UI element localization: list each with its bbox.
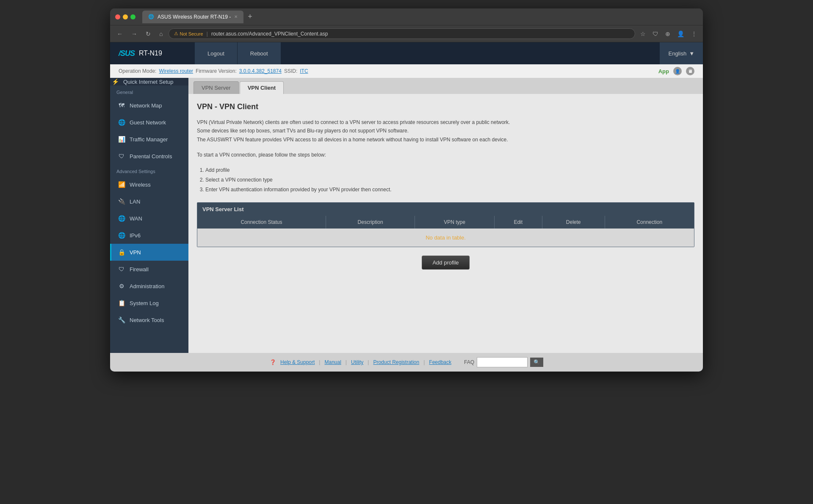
sidebar-item-system-log[interactable]: 📋 System Log	[110, 295, 188, 311]
sidebar-item-firewall[interactable]: 🛡 Firewall	[110, 261, 188, 278]
model-name: RT-N19	[139, 50, 162, 57]
sidebar-item-wireless[interactable]: 📶 Wireless	[110, 176, 188, 193]
description-line-3: The ASUSWRT VPN feature provides VPN acc…	[197, 135, 694, 144]
page-title: VPN - VPN Client	[197, 102, 694, 111]
bookmark-button[interactable]: ☆	[639, 29, 647, 39]
refresh-button[interactable]: ↻	[143, 29, 153, 39]
firmware-label: Firmware Version:	[196, 68, 237, 74]
col-edit: Edit	[494, 216, 542, 229]
shield-button[interactable]: 🛡	[651, 29, 660, 39]
sidebar-item-label: WAN	[130, 215, 142, 222]
ssid-value[interactable]: ITC	[300, 68, 308, 74]
sidebar-item-guest-network[interactable]: 🌐 Guest Network	[110, 114, 188, 131]
sidebar-item-ipv6[interactable]: 🌐 IPv6	[110, 227, 188, 244]
sidebar-item-label: Parental Controls	[130, 153, 172, 160]
language-label: English	[668, 50, 686, 57]
sidebar-general-label: General	[110, 85, 188, 97]
sidebar-item-network-map[interactable]: 🗺 Network Map	[110, 97, 188, 114]
operation-mode-value[interactable]: Wireless router	[159, 68, 193, 74]
feedback-link[interactable]: Feedback	[429, 359, 451, 365]
tab-favicon: 🌐	[148, 14, 154, 19]
product-registration-link[interactable]: Product Registration	[373, 359, 419, 365]
step-3: Enter VPN authentication information pro…	[205, 186, 694, 194]
user-icon[interactable]: 👤	[673, 67, 682, 75]
lan-icon: 🔌	[118, 198, 125, 205]
administration-icon: ⚙	[118, 282, 125, 290]
manual-link[interactable]: Manual	[324, 359, 341, 365]
tab-bar: 🌐 ASUS Wireless Router RT-N19 - ✕ +	[142, 11, 698, 23]
sidebar-item-label: VPN	[130, 249, 141, 256]
sidebar-item-label: Traffic Manager	[130, 136, 168, 143]
guest-network-icon: 🌐	[118, 118, 125, 126]
profile-button[interactable]: 👤	[675, 29, 686, 39]
tab-strip: VPN Server VPN Client	[188, 78, 703, 94]
sidebar-item-vpn[interactable]: 🔒 VPN	[110, 244, 188, 261]
security-indicator: ⚠ Not Secure	[174, 31, 203, 36]
ssid-label: SSID:	[284, 68, 297, 74]
tab-vpn-server[interactable]: VPN Server	[194, 81, 239, 94]
faq-search-button[interactable]: 🔍	[530, 358, 543, 367]
sidebar-item-traffic-manager[interactable]: 📊 Traffic Manager	[110, 131, 188, 148]
step-1: Add profile	[205, 166, 694, 174]
language-selector[interactable]: English ▼	[660, 42, 703, 64]
tab-vpn-server-label: VPN Server	[202, 85, 231, 91]
active-tab[interactable]: 🌐 ASUS Wireless Router RT-N19 - ✕	[142, 11, 243, 23]
back-button[interactable]: ←	[114, 29, 125, 39]
steps-label: To start a VPN connection, please follow…	[197, 151, 694, 159]
faq-label: FAQ	[464, 359, 474, 365]
lock-icon: ⚠	[174, 31, 178, 36]
faq-search-input[interactable]	[477, 357, 528, 367]
vpn-icon: 🔒	[118, 248, 125, 256]
new-tab-button[interactable]: +	[245, 11, 255, 22]
sidebar-item-label: Guest Network	[130, 119, 166, 126]
close-button[interactable]	[115, 14, 120, 19]
add-profile-button[interactable]: Add profile	[422, 256, 469, 270]
logout-button[interactable]: Logout	[195, 42, 238, 64]
help-icon: ❓	[270, 359, 276, 365]
maximize-button[interactable]	[130, 14, 136, 19]
info-bar-left: Operation Mode: Wireless router Firmware…	[119, 68, 308, 74]
step-2: Select a VPN connection type	[205, 176, 694, 184]
tab-vpn-client[interactable]: VPN Client	[240, 81, 284, 94]
sidebar-item-quick-setup[interactable]: ⚡ Quick Internet Setup	[110, 78, 188, 85]
network-tools-icon: 🔧	[118, 316, 125, 324]
col-description: Description	[326, 216, 415, 229]
operation-mode-label: Operation Mode:	[119, 68, 156, 74]
steps-intro: To start a VPN connection, please follow…	[197, 151, 694, 159]
monitor-icon[interactable]: 🖥	[686, 67, 694, 75]
browser-actions: ☆ 🛡 ⊕ 👤 ⋮	[639, 29, 699, 39]
extension-button[interactable]: ⊕	[664, 29, 672, 39]
col-delete: Delete	[542, 216, 605, 229]
content-panel: VPN - VPN Client VPN (Virtual Private Ne…	[188, 94, 703, 339]
traffic-lights	[115, 14, 136, 19]
info-bar: Operation Mode: Wireless router Firmware…	[110, 64, 703, 78]
parental-controls-icon: 🛡	[118, 152, 125, 160]
sidebar-item-lan[interactable]: 🔌 LAN	[110, 193, 188, 210]
tab-close-button[interactable]: ✕	[234, 14, 238, 19]
app-label: App	[658, 68, 669, 74]
sidebar-item-administration[interactable]: ⚙ Administration	[110, 278, 188, 295]
home-button[interactable]: ⌂	[157, 29, 165, 39]
reboot-button[interactable]: Reboot	[238, 42, 281, 64]
help-support-link[interactable]: Help & Support	[280, 359, 315, 365]
col-connection-status: Connection Status	[197, 216, 326, 229]
info-bar-right: App 👤 🖥	[658, 67, 694, 75]
chevron-down-icon: ▼	[689, 50, 694, 57]
sidebar-item-parental-controls[interactable]: 🛡 Parental Controls	[110, 148, 188, 165]
sidebar-item-wan[interactable]: 🌐 WAN	[110, 210, 188, 227]
firewall-icon: 🛡	[118, 265, 125, 273]
menu-button[interactable]: ⋮	[689, 29, 699, 39]
address-bar[interactable]: ⚠ Not Secure | router.asus.com/Advanced_…	[169, 28, 635, 39]
minimize-button[interactable]	[123, 14, 128, 19]
router-footer: ❓ Help & Support | Manual | Utility | Pr…	[110, 353, 703, 372]
col-vpn-type: VPN type	[415, 216, 494, 229]
sidebar: ⚡ Quick Internet Setup General 🗺 Network…	[110, 78, 188, 353]
forward-button[interactable]: →	[129, 29, 140, 39]
utility-link[interactable]: Utility	[351, 359, 363, 365]
firmware-value[interactable]: 3.0.0.4.382_51874	[239, 68, 282, 74]
vpn-server-table: Connection Status Description VPN type E…	[197, 216, 694, 247]
col-connection: Connection	[605, 216, 694, 229]
sidebar-item-label: Network Tools	[130, 317, 164, 323]
vpn-table-header: VPN Server List	[197, 203, 694, 216]
sidebar-item-network-tools[interactable]: 🔧 Network Tools	[110, 311, 188, 328]
